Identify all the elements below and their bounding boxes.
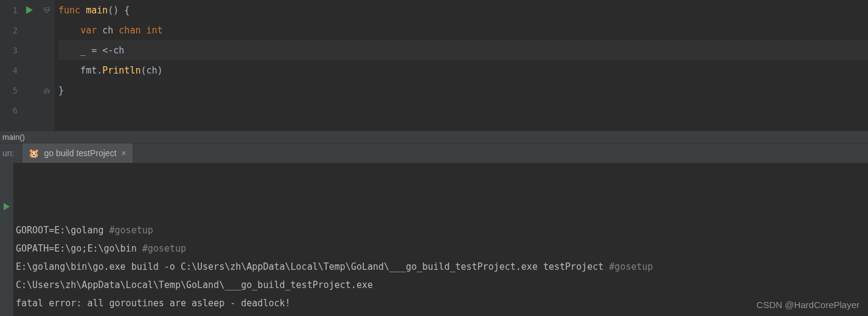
gutter-row: 2 <box>0 20 55 40</box>
console-text: GOPATH=E:\go;E:\go\bin <box>16 243 142 254</box>
code-line[interactable] <box>58 100 868 120</box>
gutter-row: 6 <box>0 100 55 120</box>
console-text: C:\Users\zh\AppData\Local\Temp\GoLand\__… <box>16 280 373 290</box>
line-number: 2 <box>12 26 18 35</box>
breadcrumb-label: main() <box>2 132 25 142</box>
console-line: GOROOT=E:\golang #gosetup <box>16 221 866 239</box>
code-token <box>80 5 86 16</box>
console-line: E:\golang\bin\go.exe build -o C:\Users\z… <box>16 258 866 276</box>
fold-open-icon[interactable] <box>44 7 50 13</box>
code-token: _ = <-ch <box>58 45 124 56</box>
console-text: E:\golang\bin\go.exe build -o C:\Users\z… <box>16 261 609 272</box>
console-text: fatal error: all goroutines are asleep -… <box>16 298 291 309</box>
console-line: GOPATH=E:\go;E:\go\bin #gosetup <box>16 239 866 258</box>
line-number: 1 <box>12 5 18 15</box>
gutter-row: 4 <box>0 60 55 80</box>
code-token: ch <box>97 25 119 36</box>
svg-rect-0 <box>44 7 49 10</box>
code-token: func <box>58 5 80 16</box>
code-token: fmt. <box>58 65 102 76</box>
editor-gutter: 123456 <box>0 0 55 131</box>
code-line[interactable]: } <box>58 80 868 100</box>
console-toolbar <box>0 163 13 316</box>
console-text: #gosetup <box>609 261 653 272</box>
console-line: fatal error: all goroutines are asleep -… <box>16 294 866 312</box>
run-panel: un: 🐹 go build testProject × GOROOT=E:\g… <box>0 143 868 316</box>
code-area[interactable]: func main() { var ch chan int _ = <-ch f… <box>55 0 868 131</box>
console-text: #gosetup <box>142 243 186 254</box>
run-icon[interactable] <box>26 6 33 14</box>
line-number: 6 <box>12 106 18 115</box>
gutter-row: 1 <box>0 0 55 20</box>
run-label: un: <box>2 148 14 158</box>
console-text: #gosetup <box>109 225 153 236</box>
go-icon: 🐹 <box>29 148 39 158</box>
watermark: CSDN @HardCorePlayer <box>757 300 859 310</box>
console-line: C:\Users\zh\AppData\Local\Temp\GoLand\__… <box>16 276 866 294</box>
code-token <box>141 25 146 36</box>
console-output[interactable]: GOROOT=E:\golang #gosetupGOPATH=E:\go;E:… <box>0 163 868 316</box>
code-token: int <box>147 25 163 36</box>
code-line[interactable]: var ch chan int <box>58 20 868 40</box>
line-number: 4 <box>12 66 18 75</box>
code-token <box>58 25 80 36</box>
line-number: 3 <box>12 46 18 55</box>
code-token: main <box>86 5 108 16</box>
code-line[interactable]: func main() { <box>58 0 868 20</box>
line-number: 5 <box>12 86 18 95</box>
console-text: GOROOT=E:\golang <box>16 225 109 236</box>
code-token: var <box>80 25 97 36</box>
run-tabbar: un: 🐹 go build testProject × <box>0 143 868 163</box>
breadcrumb[interactable]: main() <box>0 131 868 143</box>
run-config-tab[interactable]: 🐹 go build testProject × <box>23 143 132 163</box>
run-config-title: go build testProject <box>44 148 116 158</box>
code-token: (ch) <box>141 65 162 76</box>
run-icon[interactable] <box>0 199 13 210</box>
code-line[interactable]: _ = <-ch <box>58 40 868 60</box>
code-line[interactable]: fmt.Println(ch) <box>58 60 868 80</box>
code-token: Println <box>102 65 141 76</box>
svg-rect-1 <box>44 91 49 94</box>
gutter-row: 3 <box>0 40 55 60</box>
code-editor[interactable]: 123456 func main() { var ch chan int _ =… <box>0 0 868 131</box>
code-token: } <box>58 85 64 96</box>
code-token: () { <box>108 5 130 16</box>
gutter-row: 5 <box>0 80 55 100</box>
code-token: chan <box>119 25 141 36</box>
close-icon[interactable]: × <box>122 148 127 158</box>
fold-close-icon[interactable] <box>44 88 50 94</box>
